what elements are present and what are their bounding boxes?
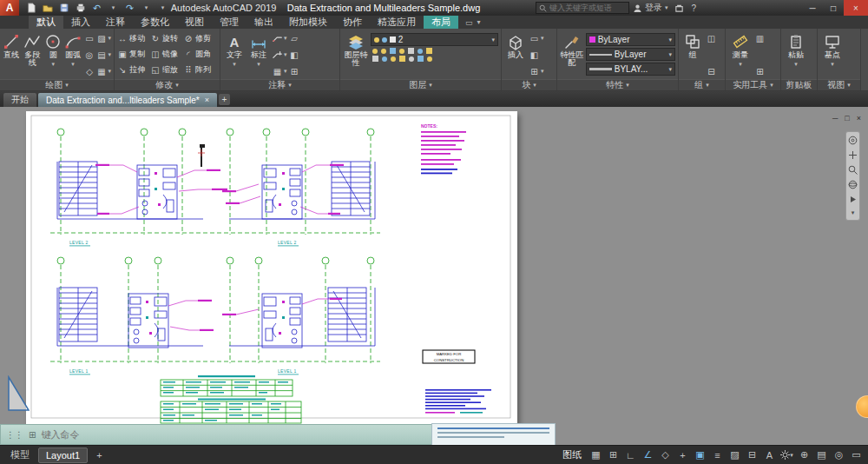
plot-icon[interactable]	[73, 2, 88, 15]
panel-label-draw[interactable]: 绘图▾	[0, 79, 114, 90]
layer-delete-icon[interactable]	[418, 56, 424, 62]
close-tab-icon[interactable]: ×	[205, 96, 209, 104]
layer-prev-icon[interactable]	[418, 49, 423, 54]
line-button[interactable]: 直线	[3, 30, 20, 79]
layer-current-icon[interactable]	[427, 56, 432, 62]
tab-featured-apps[interactable]: 精选应用	[370, 16, 424, 29]
lineweight-icon[interactable]: ≡	[709, 447, 726, 463]
quick-properties-icon[interactable]: ▤	[813, 447, 830, 463]
layer-walk-icon[interactable]	[399, 56, 405, 62]
panel-label-modify[interactable]: 修改▾	[115, 79, 220, 90]
match-properties-button[interactable]: 特性匹配	[560, 30, 584, 79]
undo-icon[interactable]: ↶	[89, 2, 104, 15]
panel-label-annotate[interactable]: 注释▾	[220, 79, 339, 90]
tab-layout-contextual[interactable]: 布局	[424, 16, 458, 29]
autocad-logo-icon[interactable]: A	[0, 0, 19, 16]
hatch-tool-icon[interactable]: ▨	[95, 33, 107, 43]
panel-label-layers[interactable]: 图层▾	[340, 79, 501, 90]
isolate-objects-icon[interactable]: ◎	[831, 447, 847, 463]
dim-style-icon[interactable]: ◧	[289, 50, 300, 60]
circle-button[interactable]: 圆 ▾	[44, 30, 62, 79]
viewport-minimize-icon[interactable]: ─	[832, 114, 838, 123]
linetype-dropdown[interactable]: ByLayer ▾	[586, 48, 675, 61]
stretch-button[interactable]: ↘拉伸	[117, 64, 150, 76]
tab-addins[interactable]: 附加模块	[281, 16, 335, 29]
maximize-button[interactable]: □	[823, 0, 844, 16]
steering-wheel-icon[interactable]	[848, 136, 858, 145]
region-tool-icon[interactable]: ▤	[95, 50, 107, 60]
create-block-icon[interactable]: ▭	[529, 33, 540, 43]
save-icon[interactable]	[56, 2, 71, 15]
text-style-icon[interactable]: ▱	[289, 33, 300, 43]
orbit-icon[interactable]	[848, 180, 858, 189]
space-mode-label[interactable]: 图纸	[557, 448, 587, 461]
layer-off-icon[interactable]	[372, 49, 378, 54]
minimize-button[interactable]: ─	[802, 0, 823, 16]
help-icon[interactable]: ?	[687, 3, 700, 13]
layer-properties-button[interactable]: 图层特性	[343, 30, 369, 79]
object-color-dropdown[interactable]: ByLayer ▾	[586, 33, 675, 46]
base-view-button[interactable]: 基点 ▾	[820, 30, 845, 79]
tab-collaborate[interactable]: 协作	[335, 16, 370, 29]
zoom-icon[interactable]	[848, 165, 858, 175]
edit-block-icon[interactable]: ◧	[529, 50, 540, 60]
annotation-monitor-icon[interactable]: ⊕	[796, 447, 812, 463]
command-suggestion-popup[interactable]	[431, 423, 556, 446]
leader-add-icon[interactable]	[272, 50, 283, 60]
layout-paper-sheet[interactable]: LEVEL 2 LEVEL 2 LEVEL 1 LEVEL 1 NOTES:	[26, 111, 517, 424]
show-motion-icon[interactable]	[848, 195, 858, 204]
annotation-visibility-icon[interactable]: A	[761, 447, 778, 463]
insert-block-button[interactable]: 插入	[504, 30, 527, 79]
block-attributes-icon[interactable]: ⊞	[529, 66, 540, 76]
layer-merge-icon[interactable]	[409, 56, 414, 62]
file-tab-document[interactable]: Data Extraction and...ltileaders Sample*…	[38, 93, 217, 107]
object-snap-icon[interactable]: ▣	[692, 447, 708, 463]
layer-unlock-icon[interactable]	[391, 56, 396, 62]
qat-customize-caret-icon[interactable]: ▾	[155, 2, 170, 15]
gradient-tool-icon[interactable]: ▦	[95, 66, 107, 76]
new-file-icon[interactable]	[23, 2, 38, 15]
scale-button[interactable]: ◱缩放	[150, 64, 183, 76]
drawing-canvas[interactable]: LEVEL 2 LEVEL 2 LEVEL 1 LEVEL 1 NOTES:	[0, 107, 868, 445]
undo-caret-icon[interactable]: ▾	[106, 2, 121, 15]
tab-output[interactable]: 输出	[247, 16, 281, 29]
recent-commands-icon[interactable]: ⊞	[29, 430, 36, 440]
paste-button[interactable]: 粘贴 ▾	[784, 30, 808, 79]
ortho-icon[interactable]: ∟	[622, 447, 639, 463]
redo-caret-icon[interactable]: ▾	[139, 2, 154, 15]
tab-manage[interactable]: 管理	[212, 16, 247, 29]
point-tool-icon[interactable]: ◇	[83, 66, 95, 76]
close-button[interactable]: ×	[844, 0, 868, 16]
rotate-button[interactable]: ↻旋转	[150, 33, 183, 44]
search-input[interactable]	[549, 3, 626, 12]
layer-state-icon[interactable]	[426, 48, 432, 54]
object-snap-tracking-icon[interactable]: +	[674, 447, 691, 463]
pan-icon[interactable]	[848, 150, 858, 160]
layout1-tab[interactable]: Layout1	[38, 447, 88, 463]
layer-unisolate-icon[interactable]	[372, 56, 378, 62]
multileader-icon[interactable]	[272, 33, 283, 43]
polar-tracking-icon[interactable]: ∠	[640, 447, 656, 463]
command-grip-icon[interactable]: ⋮⋮	[6, 430, 23, 440]
layer-thaw-icon[interactable]	[382, 56, 387, 62]
navbar-caret-icon[interactable]: ▾	[852, 209, 855, 216]
mirror-button[interactable]: ◫镜像	[150, 49, 183, 60]
lineweight-dropdown[interactable]: BYLAY... ▾	[586, 63, 675, 76]
viewport-close-icon[interactable]: ×	[857, 114, 861, 123]
panel-label-view[interactable]: 视图▾	[818, 79, 860, 90]
tab-annotate[interactable]: 注释	[98, 16, 133, 29]
isodraft-icon[interactable]: ◇	[657, 447, 674, 463]
quick-select-icon[interactable]: ▥	[754, 33, 766, 43]
polyline-button[interactable]: 多段线	[22, 30, 43, 79]
app-store-icon[interactable]	[671, 3, 687, 13]
tab-view[interactable]: 视图	[177, 16, 212, 29]
panel-label-block[interactable]: 块▾	[502, 79, 556, 90]
selection-cycling-icon[interactable]: ⊟	[744, 447, 760, 463]
viewport-restore-icon[interactable]: □	[845, 114, 849, 123]
move-button[interactable]: ↔移动	[117, 33, 150, 44]
help-search-box[interactable]	[536, 2, 629, 14]
quick-calc-icon[interactable]: ⊞	[754, 66, 766, 76]
fillet-button[interactable]: ◜圆角	[183, 49, 216, 60]
trim-button[interactable]: ⊘修剪	[183, 33, 216, 44]
add-layout-button[interactable]: +	[89, 448, 108, 462]
